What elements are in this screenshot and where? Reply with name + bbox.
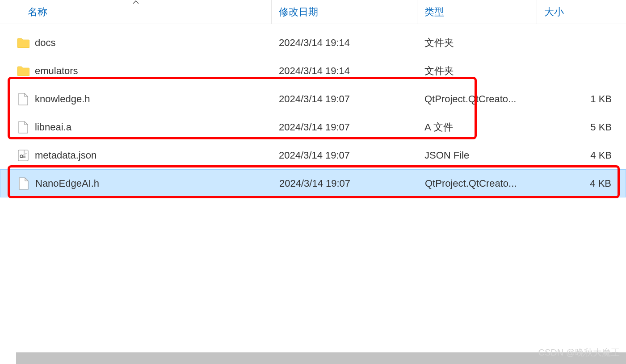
file-row[interactable]: emulators2024/3/14 19:14文件夹 xyxy=(0,57,626,85)
folder-icon xyxy=(16,36,30,50)
file-size-cell: 4 KB xyxy=(538,178,626,189)
file-date-cell: 2024/3/14 19:07 xyxy=(272,150,417,161)
file-name-label: knowledge.h xyxy=(35,93,90,105)
svg-rect-0 xyxy=(18,150,28,161)
file-date-cell: 2024/3/14 19:07 xyxy=(272,121,417,133)
file-name-cell: NanoEdgeAI.h xyxy=(0,176,272,191)
file-size-cell: 4 KB xyxy=(537,150,626,161)
column-header-date[interactable]: 修改日期 xyxy=(272,0,417,24)
file-date-cell: 2024/3/14 19:07 xyxy=(272,178,418,189)
file-name-label: libneai.a xyxy=(35,121,71,133)
file-name-label: NanoEdgeAI.h xyxy=(35,178,99,189)
file-date-cell: 2024/3/14 19:07 xyxy=(272,93,417,105)
file-list: docs2024/3/14 19:14文件夹emulators2024/3/14… xyxy=(0,24,626,197)
column-header-name[interactable]: 名称 xyxy=(0,0,272,24)
file-type-cell: QtProject.QtCreato... xyxy=(417,93,537,105)
horizontal-scrollbar[interactable] xyxy=(16,352,626,364)
file-type-cell: A 文件 xyxy=(417,121,537,134)
file-name-label: metadata.json xyxy=(35,150,97,161)
file-name-cell: docs xyxy=(0,36,272,50)
file-name-cell: knowledge.h xyxy=(0,92,272,106)
json-file-icon xyxy=(16,148,30,163)
column-header-row: 名称 修改日期 类型 大小 xyxy=(0,0,626,24)
file-date-cell: 2024/3/14 19:14 xyxy=(272,65,417,77)
file-type-cell: 文件夹 xyxy=(417,64,537,78)
file-name-cell: metadata.json xyxy=(0,148,272,163)
folder-icon xyxy=(16,64,30,78)
file-icon xyxy=(16,120,30,134)
file-name-label: docs xyxy=(35,37,55,49)
file-row[interactable]: knowledge.h2024/3/14 19:07QtProject.QtCr… xyxy=(0,85,626,113)
file-name-cell: emulators xyxy=(0,64,272,78)
file-date-cell: 2024/3/14 19:14 xyxy=(272,37,417,49)
file-row[interactable]: docs2024/3/14 19:14文件夹 xyxy=(0,29,626,57)
file-type-cell: QtProject.QtCreato... xyxy=(418,178,538,189)
column-header-size-label: 大小 xyxy=(544,5,564,19)
file-explorer-view: 名称 修改日期 类型 大小 docs2024/3/14 19:14文件夹emul… xyxy=(0,0,626,197)
scrollbar-thumb[interactable] xyxy=(16,352,626,364)
file-icon xyxy=(17,176,31,191)
file-name-cell: libneai.a xyxy=(0,120,272,134)
file-name-label: emulators xyxy=(35,65,78,77)
file-row[interactable]: NanoEdgeAI.h2024/3/14 19:07QtProject.QtC… xyxy=(0,169,626,197)
sort-ascending-icon xyxy=(133,0,139,5)
file-size-cell: 5 KB xyxy=(537,121,626,133)
file-icon xyxy=(16,92,30,106)
column-header-size[interactable]: 大小 xyxy=(537,0,626,24)
column-header-type[interactable]: 类型 xyxy=(417,0,537,24)
column-header-name-label: 名称 xyxy=(28,5,47,19)
file-row[interactable]: libneai.a2024/3/14 19:07A 文件5 KB xyxy=(0,113,626,141)
file-row[interactable]: metadata.json2024/3/14 19:07JSON File4 K… xyxy=(0,141,626,169)
file-size-cell: 1 KB xyxy=(537,93,626,105)
file-type-cell: JSON File xyxy=(417,150,537,161)
file-type-cell: 文件夹 xyxy=(417,36,537,50)
column-header-date-label: 修改日期 xyxy=(279,5,318,19)
column-header-type-label: 类型 xyxy=(424,5,444,19)
